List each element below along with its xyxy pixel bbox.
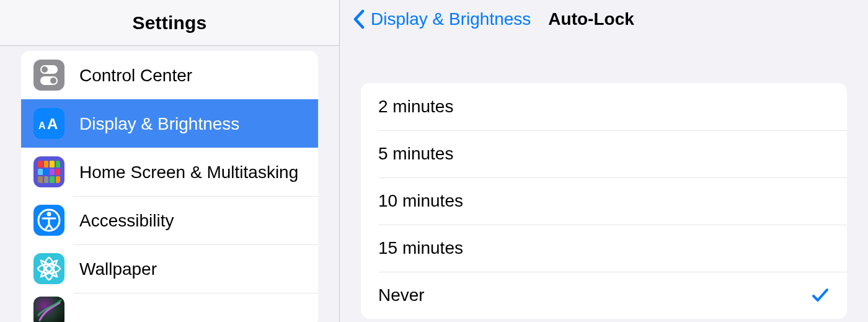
sidebar-item-wallpaper[interactable]: Wallpaper [21, 244, 318, 293]
sidebar-header: Settings [0, 0, 339, 46]
option-label: 10 minutes [378, 191, 463, 211]
sidebar-item-label: Home Screen & Multitasking [79, 161, 298, 183]
sidebar-item-display-brightness[interactable]: A A Display & Brightness [21, 99, 318, 148]
sidebar-item-label: Control Center [79, 65, 192, 86]
option-10-minutes[interactable]: 10 minutes [361, 177, 847, 225]
svg-text:A: A [47, 115, 58, 132]
option-label: 5 minutes [378, 144, 453, 164]
svg-point-3 [50, 78, 56, 84]
autolock-options: 2 minutes 5 minutes 10 minutes 15 minute… [361, 83, 847, 319]
chevron-left-icon [352, 9, 366, 29]
sidebar-group: Control Center A A Display & Brightness [21, 51, 318, 322]
svg-point-1 [42, 66, 48, 73]
home-screen-icon [33, 156, 64, 187]
page-title: Auto-Lock [548, 9, 634, 29]
option-15-minutes[interactable]: 15 minutes [361, 225, 847, 272]
sidebar-item-accessibility[interactable]: Accessibility [21, 196, 318, 244]
option-label: 15 minutes [378, 238, 463, 258]
detail-header: Display & Brightness Auto-Lock [340, 0, 868, 38]
siri-icon [33, 297, 64, 322]
display-brightness-icon: A A [33, 108, 64, 139]
sidebar-item-label: Display & Brightness [79, 113, 239, 135]
detail-pane: Display & Brightness Auto-Lock 2 minutes… [340, 0, 868, 322]
sidebar-list[interactable]: Control Center A A Display & Brightness [0, 46, 339, 322]
accessibility-icon [33, 205, 64, 236]
option-never[interactable]: Never [361, 272, 847, 319]
checkmark-icon [811, 286, 830, 305]
option-label: Never [378, 285, 425, 305]
sidebar-item-next[interactable] [21, 293, 318, 322]
sidebar-title: Settings [133, 12, 207, 34]
option-label: 2 minutes [378, 97, 453, 117]
svg-text:A: A [38, 120, 46, 131]
sidebar-item-home-screen[interactable]: Home Screen & Multitasking [21, 148, 318, 196]
back-label: Display & Brightness [371, 9, 531, 29]
sidebar-item-label: Accessibility [79, 210, 174, 231]
sidebar-item-label: Wallpaper [79, 258, 157, 280]
option-2-minutes[interactable]: 2 minutes [361, 83, 847, 130]
sidebar-item-control-center[interactable]: Control Center [21, 51, 318, 99]
settings-sidebar: Settings Control Center [0, 0, 340, 322]
option-5-minutes[interactable]: 5 minutes [361, 130, 847, 177]
back-button[interactable]: Display & Brightness [352, 9, 531, 29]
svg-point-7 [47, 212, 51, 217]
wallpaper-icon [33, 253, 64, 284]
control-center-icon [33, 60, 64, 91]
